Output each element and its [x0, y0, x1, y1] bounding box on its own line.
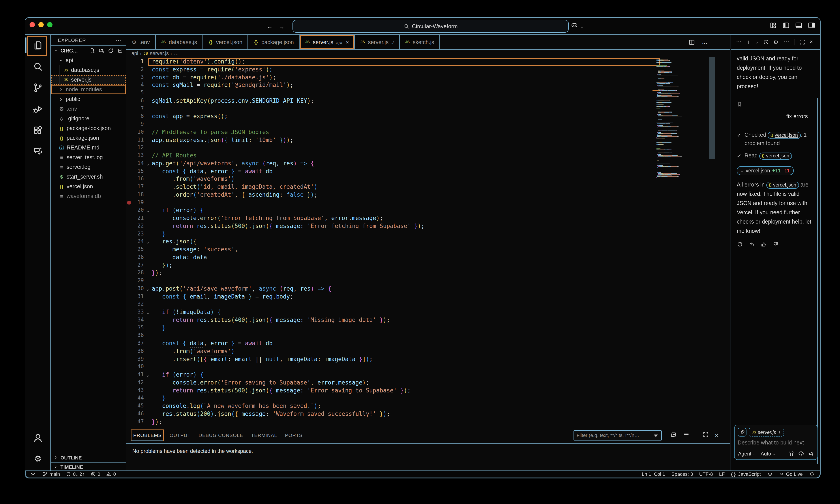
problems-filter-input[interactable]: Filter (e.g. text, **/*.ts, !**/n… — [574, 430, 662, 440]
outline-section[interactable]: OUTLINE — [51, 453, 126, 462]
new-chat-icon[interactable]: + — [747, 39, 754, 46]
explorer-more-icon[interactable]: ··· — [116, 37, 121, 43]
fold-chevron-icon[interactable] — [145, 208, 150, 213]
tab-.env[interactable]: ⚙.env — [126, 35, 156, 49]
status-cursor-position[interactable]: Ln 1, Col 1 — [642, 472, 665, 477]
status-copilot-status[interactable] — [767, 471, 772, 477]
status-notifications[interactable] — [809, 471, 815, 477]
close-tab-icon[interactable]: × — [346, 39, 349, 46]
tab-package.json[interactable]: {}package.json — [248, 35, 300, 49]
close-panel-icon[interactable]: × — [715, 431, 721, 438]
tree-item-vercel.json[interactable]: {}vercel.json — [51, 182, 126, 191]
tree-item-README.md[interactable]: iREADME.md — [51, 143, 126, 152]
breadcrumb-item[interactable]: … — [174, 51, 179, 56]
tab-database.js[interactable]: JSdatabase.js — [156, 35, 203, 49]
editor-more-actions-icon[interactable]: ··· — [702, 39, 709, 46]
copilot-menu-button[interactable] — [571, 21, 584, 29]
new-file-icon[interactable] — [89, 48, 95, 54]
activity-explorer[interactable] — [25, 35, 51, 56]
tree-item-api[interactable]: api — [51, 56, 126, 65]
panel-tab-debug-console[interactable]: DEBUG CONSOLE — [198, 431, 244, 439]
minimap-slider[interactable] — [709, 57, 715, 159]
tab-server.js[interactable]: JSserver.jsapi× — [300, 35, 355, 49]
activity-settings[interactable]: ⚙ — [25, 448, 51, 469]
cloud-send-icon[interactable] — [798, 451, 804, 457]
tree-item-.env[interactable]: ⚙.env — [51, 104, 126, 114]
chat-more-icon[interactable]: ··· — [784, 39, 791, 46]
tab-vercel.json[interactable]: {}vercel.json — [203, 35, 248, 49]
fold-chevron-icon[interactable] — [145, 286, 150, 291]
breadcrumb[interactable]: api›JSserver.js›… — [126, 50, 730, 57]
activity-accounts[interactable] — [25, 427, 51, 448]
status-go-live[interactable]: Go Live — [779, 471, 803, 477]
tab-server.js[interactable]: JSserver.js./ — [355, 35, 400, 49]
status-warnings-count[interactable]: 0 — [106, 471, 116, 477]
tab-sketch.js[interactable]: JSsketch.js — [400, 35, 440, 49]
panel-tab-problems[interactable]: PROBLEMS — [132, 431, 162, 439]
new-folder-icon[interactable] — [99, 48, 105, 54]
status-sync-changes[interactable]: 0↓ 2↑ — [66, 471, 85, 477]
status-indentation[interactable]: Spaces: 3 — [671, 472, 693, 477]
thumbs-down-icon[interactable] — [772, 241, 779, 247]
collapse-all-icon[interactable] — [670, 431, 677, 438]
send-icon[interactable] — [808, 451, 814, 457]
undo-icon[interactable] — [749, 241, 755, 247]
tree-item-server.log[interactable]: ≡server.log — [51, 162, 126, 172]
customize-layout-icon[interactable] — [769, 21, 777, 30]
breakpoint-dot[interactable] — [127, 201, 131, 204]
back-icon[interactable]: ← — [267, 22, 273, 30]
toggle-panel-icon[interactable] — [794, 21, 803, 30]
status-language-mode[interactable]: { }JavaScript — [731, 471, 761, 477]
forward-icon[interactable]: → — [279, 22, 284, 30]
attach-button[interactable] — [738, 428, 747, 436]
view-as-list-icon[interactable] — [683, 431, 689, 438]
tree-item-.gitignore[interactable]: .gitignore — [51, 114, 126, 124]
mode-dropdown[interactable]: Agent — [738, 451, 756, 456]
file-chip[interactable]: {}vercel.json — [766, 181, 799, 188]
split-editor-icon[interactable] — [688, 39, 695, 46]
activity-search[interactable] — [25, 56, 51, 77]
close-chat-icon[interactable]: × — [809, 39, 816, 46]
status-encoding[interactable]: UTF-8 — [699, 472, 713, 477]
file-chip[interactable]: {}vercel.json — [768, 132, 801, 139]
refresh-icon[interactable] — [108, 48, 114, 54]
code-editor[interactable]: 1require('dotenv').config();2const expre… — [126, 57, 730, 427]
thumbs-up-icon[interactable] — [760, 241, 767, 247]
fold-chevron-icon[interactable] — [145, 161, 150, 166]
chat-input-box[interactable]: JS server.js + Describe what to build ne… — [734, 425, 818, 460]
minimap[interactable] — [657, 58, 708, 243]
tree-item-waveforms.db[interactable]: ≡waveforms.db — [51, 191, 126, 201]
status-eol[interactable]: LF — [719, 472, 725, 477]
status-git-branch[interactable]: main — [42, 471, 60, 477]
toggle-sidebar-icon[interactable] — [782, 21, 790, 30]
tree-item-node_modules[interactable]: node_modules — [51, 85, 126, 94]
panel-tab-ports[interactable]: PORTS — [284, 431, 303, 439]
fold-chevron-icon[interactable] — [145, 310, 150, 314]
chat-more-icon[interactable]: ··· — [736, 39, 743, 46]
add-context-icon[interactable]: + — [778, 429, 781, 435]
tree-item-package.json[interactable]: {}package.json — [51, 133, 126, 143]
activity-run-debug[interactable] — [25, 98, 51, 120]
status-remote-indicator[interactable]: >< — [31, 471, 36, 477]
command-center-search[interactable]: Circular-Waveform — [293, 20, 569, 33]
collapse-all-icon[interactable] — [117, 48, 123, 54]
status-errors-count[interactable]: 0 — [90, 471, 100, 477]
toggle-secondary-sidebar-icon[interactable] — [807, 21, 816, 30]
panel-tab-terminal[interactable]: TERMINAL — [250, 431, 278, 439]
timeline-section[interactable]: TIMELINE — [51, 462, 126, 471]
tree-item-server_test.log[interactable]: ≡server_test.log — [51, 152, 126, 162]
diff-file-chip[interactable]: ≡ vercel.json +11 -11 — [737, 166, 794, 175]
fold-chevron-icon[interactable] — [145, 239, 150, 244]
new-chat-chevron-icon[interactable] — [755, 40, 759, 44]
panel-tab-output[interactable]: OUTPUT — [169, 431, 191, 439]
model-dropdown[interactable]: Auto — [760, 451, 776, 456]
context-file-chip[interactable]: JS server.js + — [749, 428, 784, 436]
breadcrumb-item[interactable]: server.js — [150, 51, 169, 56]
window-controls[interactable] — [30, 22, 52, 27]
breadcrumb-item[interactable]: api — [132, 51, 138, 56]
chat-history-icon[interactable] — [763, 39, 769, 46]
activity-chat[interactable] — [25, 141, 51, 162]
tree-item-database.js[interactable]: JSdatabase.js — [51, 65, 126, 75]
fold-chevron-icon[interactable] — [145, 373, 150, 377]
activity-source-control[interactable] — [25, 77, 51, 98]
